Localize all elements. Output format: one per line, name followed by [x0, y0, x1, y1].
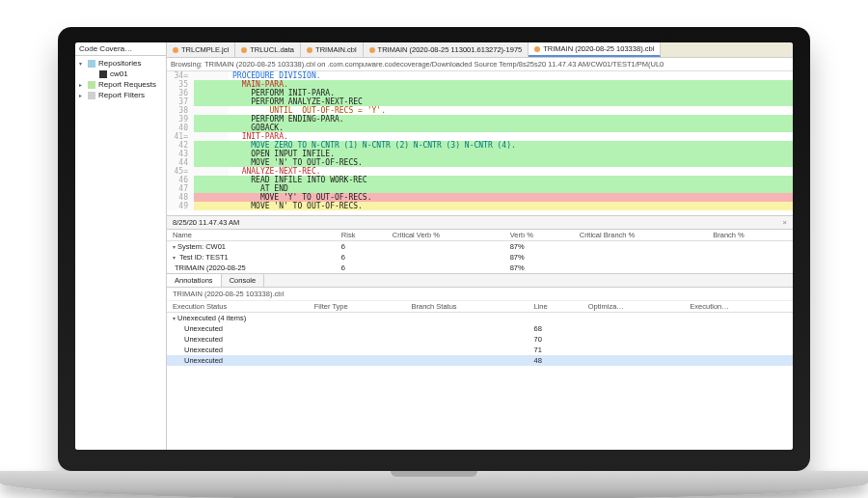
code-text: OPEN INPUT INFILE. — [229, 150, 793, 158]
twisty-icon: ▸ — [79, 92, 85, 98]
code-line[interactable]: 36 PERFORM INIT-PARA. — [167, 89, 793, 97]
line-number: 35 — [167, 80, 194, 89]
table-row[interactable]: Unexecuted68 — [167, 323, 793, 334]
table-row[interactable]: Unexecuted71 — [167, 345, 793, 355]
annotations-tabbar: AnnotationsConsole — [167, 274, 793, 288]
code-text: GOBACK. — [229, 124, 793, 132]
coverage-gutter — [194, 124, 229, 132]
coverage-gutter — [194, 184, 229, 193]
tree-item[interactable]: ▸Report Requests — [79, 79, 162, 90]
editor-tab[interactable]: TRLUCL.data — [235, 42, 301, 57]
column-header[interactable]: Branch Status — [406, 301, 529, 313]
panel-tab[interactable]: Console — [222, 274, 265, 287]
code-text: MOVE 'N' TO OUT-OF-RECS. — [229, 202, 793, 210]
code-line[interactable]: 49 MOVE 'N' TO OUT-OF-RECS. — [167, 202, 793, 210]
code-line[interactable]: 43 OPEN INPUT INFILE. — [167, 150, 793, 158]
line-number: 41= — [167, 132, 194, 141]
editor-tab[interactable]: TRIMAIN (2020-08-25 103338).cbl — [529, 42, 661, 57]
coverage-gutter — [194, 176, 229, 184]
laptop-base — [0, 471, 868, 498]
column-header[interactable]: Branch % — [707, 230, 793, 241]
table-row[interactable]: TRIMAIN (2020-08-25687% — [167, 263, 793, 273]
annotations-subtitle: TRIMAIN (2020-08-25 103338).cbl — [167, 288, 793, 301]
panel-tab[interactable]: Annotations — [167, 274, 222, 287]
tree-item[interactable]: ▾Repositories — [79, 58, 162, 69]
tree-item[interactable]: ▸Report Filters — [79, 90, 162, 100]
tree: ▾Repositoriescw01▸Report Requests▸Report… — [75, 56, 166, 102]
coverage-gutter — [194, 193, 229, 202]
code-text: PERFORM ENDING-PARA. — [229, 115, 793, 124]
tab-label: TRLCMPLE.jcl — [181, 45, 229, 54]
code-line[interactable]: 42 MOVE ZERO TO N-CNTR (1) N-CNTR (2) N-… — [167, 141, 793, 150]
code-line[interactable]: 44 MOVE 'N' TO OUT-OF-RECS. — [167, 158, 793, 167]
tree-item-label: cw01 — [110, 69, 128, 78]
code-line[interactable]: 35 MAIN-PARA. — [167, 80, 793, 89]
editor-tabbar: TRLCMPLE.jclTRLUCL.dataTRIMAIN.cblTRIMAI… — [167, 42, 793, 58]
coverage-gutter — [194, 158, 229, 167]
tab-label: TRIMAIN.cbl — [315, 45, 357, 54]
table-header-row: Execution StatusFilter TypeBranch Status… — [167, 301, 793, 313]
editor-tab[interactable]: TRLCMPLE.jcl — [167, 42, 235, 57]
code-line[interactable]: 41= INIT-PARA. — [167, 132, 793, 141]
repo-icon — [88, 60, 95, 68]
file-dirty-icon — [534, 46, 540, 52]
code-text: ANALYZE-NEXT-REC. — [229, 167, 793, 176]
column-header[interactable]: Name — [167, 230, 336, 241]
table-row[interactable]: Unexecuted48 — [167, 355, 793, 366]
coverage-gutter — [194, 115, 229, 124]
code-line[interactable]: 48 MOVE 'Y' TO OUT-OF-RECS. — [167, 193, 793, 202]
line-number: 38 — [167, 106, 194, 115]
code-line[interactable]: 45= ANALYZE-NEXT-REC. — [167, 167, 793, 176]
coverage-gutter — [194, 202, 229, 210]
tree-item[interactable]: cw01 — [79, 69, 162, 79]
column-header[interactable]: Verb % — [504, 230, 574, 241]
twisty-icon: ▸ — [79, 81, 85, 88]
table-group-row[interactable]: ▾Unexecuted (4 items) — [167, 313, 793, 324]
annotations-table: Execution StatusFilter TypeBranch Status… — [167, 301, 793, 366]
editor-tab[interactable]: TRIMAIN (2020-08-25 113001.613272)-1975 — [364, 42, 529, 57]
close-icon[interactable]: × — [783, 218, 787, 227]
table-row[interactable]: Unexecuted70 — [167, 334, 793, 345]
code-line[interactable]: 46 READ INFILE INTO WORK-REC — [167, 176, 793, 184]
code-line[interactable]: 38 UNTIL OUT-OF-RECS = 'Y'. — [167, 106, 793, 115]
line-number: 43 — [167, 150, 194, 158]
summary-panel: 8/25/20 11.47.43 AM × NameRiskCritical V… — [167, 216, 793, 274]
code-line[interactable]: 34=PROCEDURE DIVISION. — [167, 71, 793, 80]
coverage-gutter — [194, 71, 229, 80]
code-line[interactable]: 37 PERFORM ANALYZE-NEXT-REC — [167, 97, 793, 106]
line-number: 48 — [167, 193, 194, 202]
editor-tab[interactable]: TRIMAIN.cbl — [301, 42, 364, 57]
coverage-gutter — [194, 167, 229, 176]
tree-item-label: Repositories — [98, 59, 141, 68]
summary-tab[interactable]: 8/25/20 11.47.43 AM × — [167, 216, 793, 230]
column-header[interactable]: Filter Type — [309, 301, 406, 313]
code-text: MAIN-PARA. — [229, 80, 793, 89]
code-editor[interactable]: 34=PROCEDURE DIVISION.35 MAIN-PARA.36 PE… — [167, 71, 793, 216]
column-header[interactable]: Critical Branch % — [574, 230, 708, 241]
line-number: 47 — [167, 184, 194, 193]
column-header[interactable]: Optimiza… — [583, 301, 685, 313]
tab-label: TRLUCL.data — [250, 45, 294, 54]
column-header[interactable]: Line — [529, 301, 583, 313]
table-row[interactable]: ▾ Test ID: TEST1687% — [167, 252, 793, 263]
file-dirty-icon — [241, 47, 247, 53]
coverage-gutter — [194, 132, 229, 141]
code-text: AT END — [229, 184, 793, 193]
column-header[interactable]: Risk — [336, 230, 387, 241]
coverage-gutter — [194, 97, 229, 106]
code-line[interactable]: 39 PERFORM ENDING-PARA. — [167, 115, 793, 124]
column-header[interactable]: Execution Status — [167, 301, 309, 313]
column-header[interactable]: Execution… — [684, 301, 793, 313]
code-line[interactable]: 47 AT END — [167, 184, 793, 193]
file-dirty-icon — [173, 47, 178, 53]
line-number: 46 — [167, 176, 194, 184]
coverage-gutter — [194, 141, 229, 150]
main-area: TRLCMPLE.jclTRLUCL.dataTRIMAIN.cblTRIMAI… — [167, 42, 793, 450]
table-row[interactable]: ▾System: CW01687% — [167, 241, 793, 253]
code-text: INIT-PARA. — [229, 132, 793, 141]
column-header[interactable]: Critical Verb % — [387, 230, 504, 241]
code-line[interactable]: 40 GOBACK. — [167, 124, 793, 132]
file-dirty-icon — [369, 47, 375, 53]
laptop-notch — [391, 471, 477, 477]
code-text: PERFORM INIT-PARA. — [229, 89, 793, 97]
